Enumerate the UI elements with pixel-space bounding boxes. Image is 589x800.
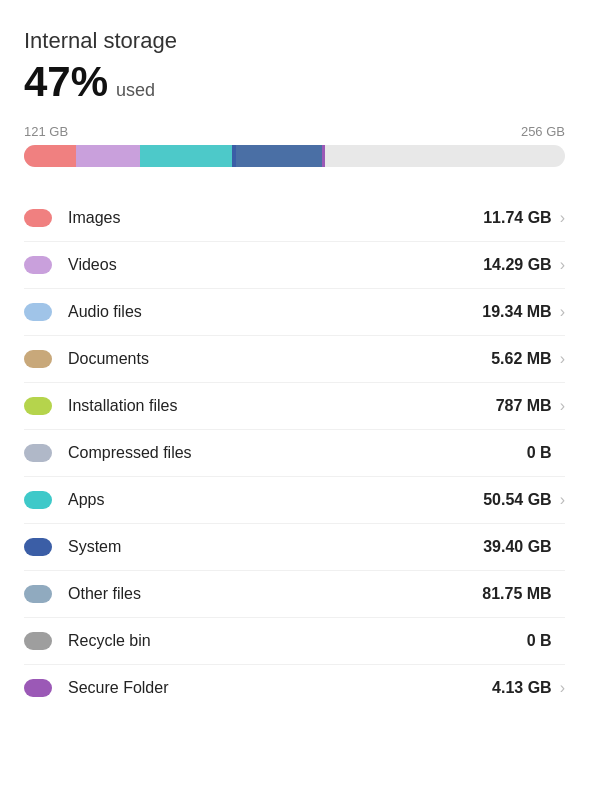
storage-item[interactable]: Apps50.54 GB› — [24, 477, 565, 524]
chevron-right-icon: › — [560, 303, 565, 321]
bar-segment — [322, 145, 325, 167]
bar-segment — [236, 145, 323, 167]
category-size: 787 MB — [496, 397, 552, 415]
storage-item: System39.40 GB› — [24, 524, 565, 571]
chevron-right-icon: › — [560, 209, 565, 227]
bar-segment — [140, 145, 232, 167]
category-size: 14.29 GB — [483, 256, 551, 274]
category-name: Other files — [68, 585, 482, 603]
category-color-dot — [24, 350, 52, 368]
category-color-dot — [24, 632, 52, 650]
used-gb-label: 121 GB — [24, 124, 68, 139]
storage-item[interactable]: Secure Folder4.13 GB› — [24, 665, 565, 711]
total-gb-label: 256 GB — [521, 124, 565, 139]
category-name: Secure Folder — [68, 679, 492, 697]
category-size: 50.54 GB — [483, 491, 551, 509]
category-name: Images — [68, 209, 483, 227]
category-size: 11.74 GB — [483, 209, 551, 227]
category-size: 4.13 GB — [492, 679, 552, 697]
category-name: Installation files — [68, 397, 496, 415]
category-color-dot — [24, 538, 52, 556]
category-size: 0 B — [527, 632, 552, 650]
chevron-right-icon: › — [560, 397, 565, 415]
category-name: Audio files — [68, 303, 482, 321]
bar-segment — [24, 145, 76, 167]
storage-item: Recycle bin0 B› — [24, 618, 565, 665]
usage-line: 47% used — [24, 58, 565, 106]
storage-bar — [24, 145, 565, 167]
category-name: Videos — [68, 256, 483, 274]
category-color-dot — [24, 303, 52, 321]
storage-item[interactable]: Documents5.62 MB› — [24, 336, 565, 383]
chevron-right-icon: › — [560, 256, 565, 274]
category-name: Apps — [68, 491, 483, 509]
category-size: 39.40 GB — [483, 538, 551, 556]
percent-value: 47% — [24, 58, 108, 106]
category-name: Recycle bin — [68, 632, 527, 650]
category-color-dot — [24, 679, 52, 697]
category-color-dot — [24, 397, 52, 415]
chevron-right-icon: › — [560, 350, 565, 368]
storage-item: Compressed files0 B› — [24, 430, 565, 477]
category-size: 5.62 MB — [491, 350, 551, 368]
storage-items-list: Images11.74 GB›Videos14.29 GB›Audio file… — [24, 195, 565, 711]
category-name: System — [68, 538, 483, 556]
category-name: Documents — [68, 350, 491, 368]
storage-item[interactable]: Audio files19.34 MB› — [24, 289, 565, 336]
category-color-dot — [24, 585, 52, 603]
storage-item[interactable]: Installation files787 MB› — [24, 383, 565, 430]
category-color-dot — [24, 256, 52, 274]
storage-item[interactable]: Videos14.29 GB› — [24, 242, 565, 289]
category-size: 19.34 MB — [482, 303, 551, 321]
category-name: Compressed files — [68, 444, 527, 462]
category-size: 81.75 MB — [482, 585, 551, 603]
storage-labels: 121 GB 256 GB — [24, 124, 565, 139]
chevron-right-icon: › — [560, 491, 565, 509]
category-size: 0 B — [527, 444, 552, 462]
chevron-right-icon: › — [560, 679, 565, 697]
used-label: used — [116, 80, 155, 101]
category-color-dot — [24, 209, 52, 227]
category-color-dot — [24, 444, 52, 462]
storage-item[interactable]: Images11.74 GB› — [24, 195, 565, 242]
page-title: Internal storage — [24, 28, 565, 54]
bar-segment — [76, 145, 140, 167]
storage-item: Other files81.75 MB› — [24, 571, 565, 618]
category-color-dot — [24, 491, 52, 509]
